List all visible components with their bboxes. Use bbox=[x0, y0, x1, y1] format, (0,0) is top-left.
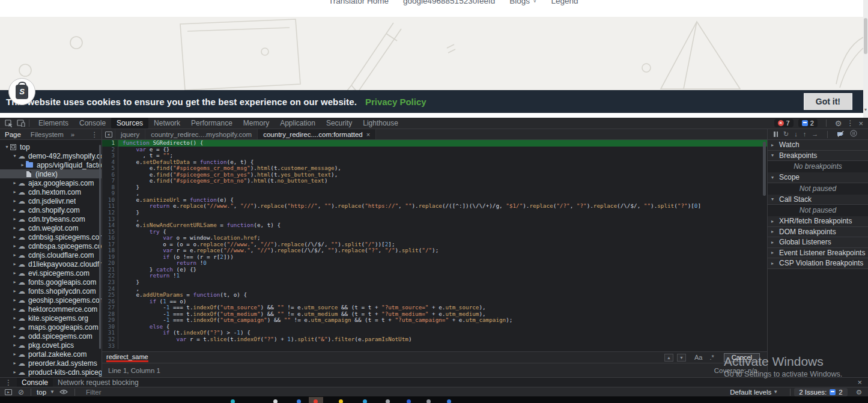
close-devtools-icon[interactable]: × bbox=[858, 119, 863, 128]
code-line[interactable]: 21 } catch (e) {} bbox=[102, 267, 767, 273]
tree-item[interactable]: ▸☁d1liekpayvooaz.cloudfront.net bbox=[0, 259, 102, 268]
taskbar-icon[interactable] bbox=[339, 399, 343, 403]
drawer-tab-network-request-blocking[interactable]: Network request blocking bbox=[53, 378, 144, 387]
windows-taskbar[interactable] bbox=[0, 396, 868, 403]
section-breakpoints[interactable]: ▾Breakpoints bbox=[768, 151, 868, 162]
expander-right-icon[interactable]: ▸ bbox=[11, 369, 18, 375]
tree-item[interactable]: ▸☁geoship.spicegems.com bbox=[0, 295, 102, 305]
tab-sources[interactable]: Sources bbox=[111, 118, 148, 129]
code-editor[interactable]: 1function SGRedirecto() {2 var e = {}3 ,… bbox=[102, 140, 767, 351]
section-dom-breakpoints[interactable]: ▸DOM Breakpoints bbox=[768, 227, 868, 238]
tree-item[interactable]: ▸☁fonts.googleapis.com bbox=[0, 277, 102, 286]
scrollbar-down-arrow[interactable]: ▾ bbox=[863, 107, 868, 112]
tab-lighthouse[interactable]: Lighthouse bbox=[357, 118, 404, 129]
code-line[interactable]: 22 return !1 bbox=[102, 273, 767, 279]
code-line[interactable]: 2 var e = {} bbox=[102, 147, 767, 153]
drawer-tab-console[interactable]: Console bbox=[17, 378, 53, 387]
more-tabs-chevron[interactable]: » bbox=[68, 131, 77, 138]
expander-down-icon[interactable]: ▾ bbox=[4, 144, 10, 150]
issues-badge[interactable]: 2 bbox=[798, 119, 818, 127]
editor-scrollbar[interactable] bbox=[763, 142, 766, 196]
taskbar-icon[interactable] bbox=[447, 399, 451, 403]
expander-right-icon[interactable]: ▸ bbox=[19, 162, 26, 168]
taskbar-icon[interactable] bbox=[231, 399, 235, 403]
tree-item[interactable]: ▾top bbox=[0, 142, 102, 151]
issues-counter[interactable]: 2 Issues: 2 bbox=[794, 388, 847, 396]
pause-on-exceptions-icon[interactable] bbox=[850, 130, 857, 139]
expander-right-icon[interactable]: ▸ bbox=[11, 324, 18, 330]
search-next-icon[interactable]: ▼ bbox=[677, 354, 686, 362]
tree-item[interactable]: ▸☁cdn.shopify.com bbox=[0, 205, 102, 214]
console-settings-gear-icon[interactable]: ⚙ bbox=[856, 388, 868, 396]
privacy-policy-link[interactable]: Privacy Policy bbox=[365, 97, 426, 107]
code-line[interactable]: 1function SGRedirecto() { bbox=[102, 140, 767, 147]
tree-item[interactable]: ▸☁portal.zakeke.com bbox=[0, 350, 102, 359]
drawer-menu-icon[interactable]: ⋮ bbox=[0, 378, 17, 387]
tree-item[interactable]: ▸☁hektorcommerce.com bbox=[0, 305, 102, 314]
site-nav-link-legend[interactable]: Legend bbox=[551, 0, 578, 5]
code-line[interactable]: 14 e.isNewAndCurrentURLSame = function(e… bbox=[102, 222, 767, 229]
expander-right-icon[interactable]: ▸ bbox=[11, 234, 18, 240]
code-line[interactable]: 12 } bbox=[102, 210, 767, 216]
taskbar-icon[interactable] bbox=[363, 399, 367, 403]
section-event-listener-breakpoints[interactable]: ▸Event Listener Breakpoints bbox=[768, 248, 868, 259]
tree-item[interactable]: ▸apps/vig/liquid_factory bbox=[0, 160, 102, 169]
tree-item[interactable]: ▸☁maps.googleapis.com bbox=[0, 323, 102, 332]
expander-right-icon[interactable]: ▸ bbox=[11, 180, 18, 186]
inspect-element-icon[interactable] bbox=[5, 120, 13, 127]
tree-item[interactable]: ▸☁cdnbsig.spicegems.com bbox=[0, 232, 102, 241]
expander-right-icon[interactable]: ▸ bbox=[11, 198, 18, 204]
console-sidebar-icon[interactable]: ▸ bbox=[5, 389, 12, 395]
expander-down-icon[interactable]: ▾ bbox=[11, 153, 18, 159]
taskbar-icon[interactable] bbox=[386, 399, 390, 403]
search-input[interactable]: redirect_same bbox=[106, 353, 148, 362]
device-toolbar-icon[interactable] bbox=[17, 120, 25, 127]
code-line[interactable]: 7 e.find("#spicegems_cr_btn_no").html(t.… bbox=[102, 178, 767, 184]
code-line[interactable]: 11 return e.replace("//www.", "//").repl… bbox=[102, 203, 767, 210]
code-line[interactable]: 8 } bbox=[102, 184, 767, 191]
pause-script-icon[interactable] bbox=[774, 132, 778, 137]
expander-right-icon[interactable]: ▸ bbox=[11, 252, 18, 258]
site-nav-link-blogs[interactable]: Blogs∨ bbox=[509, 0, 536, 5]
live-expression-eye-icon[interactable] bbox=[59, 389, 68, 395]
scrollbar-thumb[interactable] bbox=[864, 18, 867, 54]
search-cancel-button[interactable]: Cancel bbox=[724, 353, 760, 362]
deactivate-breakpoints-icon[interactable] bbox=[837, 130, 845, 139]
error-badge[interactable]: × 7 bbox=[774, 119, 794, 127]
code-line[interactable]: 32 var r = t.slice(t.indexOf("?") + 1).s… bbox=[102, 336, 767, 343]
tree-item[interactable]: ▸☁odd.spicegems.com bbox=[0, 332, 102, 341]
search-previous-icon[interactable]: ▲ bbox=[664, 354, 673, 362]
tree-item[interactable]: ▸☁kite.spicegems.org bbox=[0, 314, 102, 323]
files-panel-menu-icon[interactable]: ⋮ bbox=[91, 130, 102, 139]
expander-right-icon[interactable]: ▸ bbox=[11, 315, 18, 321]
expander-right-icon[interactable]: ▸ bbox=[11, 297, 18, 303]
section-csp-violation-breakpoints[interactable]: ▸CSP Violation Breakpoints bbox=[768, 258, 868, 269]
expander-right-icon[interactable]: ▸ bbox=[11, 216, 18, 222]
tree-item[interactable]: ▸☁cdn.jsdelivr.net bbox=[0, 196, 102, 205]
taskbar-icon[interactable] bbox=[297, 399, 301, 403]
cookie-accept-button[interactable]: Got it! bbox=[804, 93, 852, 110]
taskbar-icon[interactable] bbox=[314, 399, 318, 403]
expander-right-icon[interactable]: ▸ bbox=[11, 243, 18, 249]
tree-item[interactable]: (index) bbox=[0, 169, 102, 178]
section-call-stack[interactable]: ▾Call Stack bbox=[768, 195, 868, 205]
expander-right-icon[interactable]: ▸ bbox=[11, 288, 18, 294]
tree-item[interactable]: ▸☁cdn.trybeans.com bbox=[0, 214, 102, 223]
tree-item[interactable]: ▸☁cdnbspa.spicegems.com bbox=[0, 241, 102, 250]
tree-item[interactable]: ▾☁demo-492.myshopify.com bbox=[0, 151, 102, 160]
expander-right-icon[interactable]: ▸ bbox=[11, 351, 18, 357]
tree-item[interactable]: ▸☁preorder.kad.systems bbox=[0, 359, 102, 368]
expander-right-icon[interactable]: ▸ bbox=[11, 189, 18, 195]
console-filter-input[interactable]: Filter bbox=[86, 389, 730, 396]
close-tab-icon[interactable]: × bbox=[366, 131, 370, 138]
settings-gear-icon[interactable]: ⚙ bbox=[835, 119, 842, 128]
expander-right-icon[interactable]: ▸ bbox=[11, 270, 18, 276]
expander-right-icon[interactable]: ▸ bbox=[11, 261, 18, 267]
section-global-listeners[interactable]: ▸Global Listeners bbox=[768, 237, 868, 248]
tree-item[interactable]: ▸☁product-kits-cdn.spicegems.co bbox=[0, 368, 102, 377]
context-selector[interactable]: top bbox=[37, 389, 46, 396]
page-scrollbar[interactable]: ▾ bbox=[863, 0, 868, 118]
tab-application[interactable]: Application bbox=[275, 118, 321, 129]
tab-memory[interactable]: Memory bbox=[238, 118, 275, 129]
tree-item[interactable]: ▸☁fonts.shopifycdn.com bbox=[0, 286, 102, 295]
